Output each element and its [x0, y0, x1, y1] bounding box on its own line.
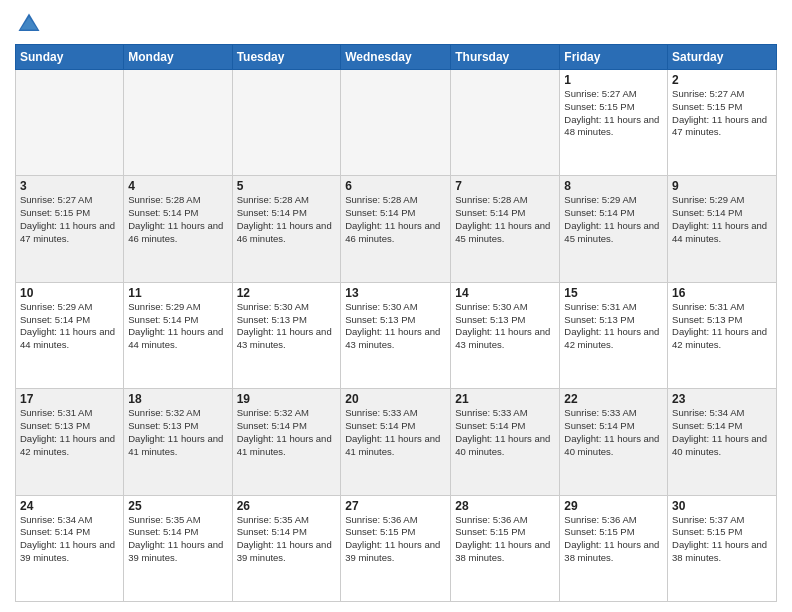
calendar-cell: 6Sunrise: 5:28 AMSunset: 5:14 PMDaylight…: [341, 176, 451, 282]
day-number: 17: [20, 392, 119, 406]
day-number: 28: [455, 499, 555, 513]
page: SundayMondayTuesdayWednesdayThursdayFrid…: [0, 0, 792, 612]
day-info: Sunrise: 5:31 AMSunset: 5:13 PMDaylight:…: [20, 407, 119, 458]
calendar-week-row: 1Sunrise: 5:27 AMSunset: 5:15 PMDaylight…: [16, 70, 777, 176]
day-number: 2: [672, 73, 772, 87]
calendar-week-row: 10Sunrise: 5:29 AMSunset: 5:14 PMDayligh…: [16, 282, 777, 388]
calendar-cell: 11Sunrise: 5:29 AMSunset: 5:14 PMDayligh…: [124, 282, 232, 388]
day-number: 1: [564, 73, 663, 87]
day-number: 15: [564, 286, 663, 300]
day-info: Sunrise: 5:30 AMSunset: 5:13 PMDaylight:…: [455, 301, 555, 352]
day-number: 27: [345, 499, 446, 513]
calendar-cell: 26Sunrise: 5:35 AMSunset: 5:14 PMDayligh…: [232, 495, 341, 601]
weekday-header-row: SundayMondayTuesdayWednesdayThursdayFrid…: [16, 45, 777, 70]
day-number: 14: [455, 286, 555, 300]
day-number: 20: [345, 392, 446, 406]
header: [15, 10, 777, 38]
day-number: 10: [20, 286, 119, 300]
calendar-cell: 12Sunrise: 5:30 AMSunset: 5:13 PMDayligh…: [232, 282, 341, 388]
day-number: 5: [237, 179, 337, 193]
day-number: 3: [20, 179, 119, 193]
calendar-cell: 16Sunrise: 5:31 AMSunset: 5:13 PMDayligh…: [668, 282, 777, 388]
day-info: Sunrise: 5:34 AMSunset: 5:14 PMDaylight:…: [20, 514, 119, 565]
calendar-cell: 3Sunrise: 5:27 AMSunset: 5:15 PMDaylight…: [16, 176, 124, 282]
day-info: Sunrise: 5:36 AMSunset: 5:15 PMDaylight:…: [455, 514, 555, 565]
day-number: 11: [128, 286, 227, 300]
day-number: 30: [672, 499, 772, 513]
day-info: Sunrise: 5:36 AMSunset: 5:15 PMDaylight:…: [564, 514, 663, 565]
day-number: 25: [128, 499, 227, 513]
calendar-week-row: 17Sunrise: 5:31 AMSunset: 5:13 PMDayligh…: [16, 389, 777, 495]
day-number: 23: [672, 392, 772, 406]
day-info: Sunrise: 5:31 AMSunset: 5:13 PMDaylight:…: [672, 301, 772, 352]
day-info: Sunrise: 5:33 AMSunset: 5:14 PMDaylight:…: [345, 407, 446, 458]
calendar-cell: [451, 70, 560, 176]
calendar-cell: [232, 70, 341, 176]
calendar-cell: 30Sunrise: 5:37 AMSunset: 5:15 PMDayligh…: [668, 495, 777, 601]
day-info: Sunrise: 5:29 AMSunset: 5:14 PMDaylight:…: [672, 194, 772, 245]
logo: [15, 10, 47, 38]
day-info: Sunrise: 5:30 AMSunset: 5:13 PMDaylight:…: [345, 301, 446, 352]
day-info: Sunrise: 5:27 AMSunset: 5:15 PMDaylight:…: [672, 88, 772, 139]
calendar-cell: 29Sunrise: 5:36 AMSunset: 5:15 PMDayligh…: [560, 495, 668, 601]
day-info: Sunrise: 5:27 AMSunset: 5:15 PMDaylight:…: [20, 194, 119, 245]
calendar-cell: 13Sunrise: 5:30 AMSunset: 5:13 PMDayligh…: [341, 282, 451, 388]
day-number: 8: [564, 179, 663, 193]
calendar-cell: 27Sunrise: 5:36 AMSunset: 5:15 PMDayligh…: [341, 495, 451, 601]
calendar-cell: 14Sunrise: 5:30 AMSunset: 5:13 PMDayligh…: [451, 282, 560, 388]
calendar-cell: 4Sunrise: 5:28 AMSunset: 5:14 PMDaylight…: [124, 176, 232, 282]
calendar-cell: [341, 70, 451, 176]
day-info: Sunrise: 5:27 AMSunset: 5:15 PMDaylight:…: [564, 88, 663, 139]
calendar-cell: 8Sunrise: 5:29 AMSunset: 5:14 PMDaylight…: [560, 176, 668, 282]
calendar-cell: 20Sunrise: 5:33 AMSunset: 5:14 PMDayligh…: [341, 389, 451, 495]
calendar-cell: 22Sunrise: 5:33 AMSunset: 5:14 PMDayligh…: [560, 389, 668, 495]
logo-icon: [15, 10, 43, 38]
day-number: 19: [237, 392, 337, 406]
day-info: Sunrise: 5:29 AMSunset: 5:14 PMDaylight:…: [128, 301, 227, 352]
day-info: Sunrise: 5:28 AMSunset: 5:14 PMDaylight:…: [345, 194, 446, 245]
weekday-header-monday: Monday: [124, 45, 232, 70]
day-info: Sunrise: 5:28 AMSunset: 5:14 PMDaylight:…: [455, 194, 555, 245]
weekday-header-wednesday: Wednesday: [341, 45, 451, 70]
calendar-cell: 25Sunrise: 5:35 AMSunset: 5:14 PMDayligh…: [124, 495, 232, 601]
day-info: Sunrise: 5:32 AMSunset: 5:14 PMDaylight:…: [237, 407, 337, 458]
calendar-cell: 19Sunrise: 5:32 AMSunset: 5:14 PMDayligh…: [232, 389, 341, 495]
day-info: Sunrise: 5:29 AMSunset: 5:14 PMDaylight:…: [564, 194, 663, 245]
day-info: Sunrise: 5:37 AMSunset: 5:15 PMDaylight:…: [672, 514, 772, 565]
day-info: Sunrise: 5:31 AMSunset: 5:13 PMDaylight:…: [564, 301, 663, 352]
calendar: SundayMondayTuesdayWednesdayThursdayFrid…: [15, 44, 777, 602]
calendar-cell: 17Sunrise: 5:31 AMSunset: 5:13 PMDayligh…: [16, 389, 124, 495]
weekday-header-tuesday: Tuesday: [232, 45, 341, 70]
day-info: Sunrise: 5:30 AMSunset: 5:13 PMDaylight:…: [237, 301, 337, 352]
day-number: 18: [128, 392, 227, 406]
calendar-cell: [124, 70, 232, 176]
calendar-cell: 10Sunrise: 5:29 AMSunset: 5:14 PMDayligh…: [16, 282, 124, 388]
day-number: 29: [564, 499, 663, 513]
weekday-header-sunday: Sunday: [16, 45, 124, 70]
day-number: 7: [455, 179, 555, 193]
day-info: Sunrise: 5:28 AMSunset: 5:14 PMDaylight:…: [237, 194, 337, 245]
day-info: Sunrise: 5:29 AMSunset: 5:14 PMDaylight:…: [20, 301, 119, 352]
day-info: Sunrise: 5:35 AMSunset: 5:14 PMDaylight:…: [237, 514, 337, 565]
calendar-cell: [16, 70, 124, 176]
day-number: 24: [20, 499, 119, 513]
calendar-cell: 23Sunrise: 5:34 AMSunset: 5:14 PMDayligh…: [668, 389, 777, 495]
weekday-header-saturday: Saturday: [668, 45, 777, 70]
day-info: Sunrise: 5:34 AMSunset: 5:14 PMDaylight:…: [672, 407, 772, 458]
day-info: Sunrise: 5:33 AMSunset: 5:14 PMDaylight:…: [455, 407, 555, 458]
day-number: 22: [564, 392, 663, 406]
day-info: Sunrise: 5:28 AMSunset: 5:14 PMDaylight:…: [128, 194, 227, 245]
calendar-cell: 24Sunrise: 5:34 AMSunset: 5:14 PMDayligh…: [16, 495, 124, 601]
day-info: Sunrise: 5:36 AMSunset: 5:15 PMDaylight:…: [345, 514, 446, 565]
calendar-cell: 5Sunrise: 5:28 AMSunset: 5:14 PMDaylight…: [232, 176, 341, 282]
calendar-cell: 18Sunrise: 5:32 AMSunset: 5:13 PMDayligh…: [124, 389, 232, 495]
calendar-cell: 21Sunrise: 5:33 AMSunset: 5:14 PMDayligh…: [451, 389, 560, 495]
calendar-week-row: 24Sunrise: 5:34 AMSunset: 5:14 PMDayligh…: [16, 495, 777, 601]
calendar-cell: 2Sunrise: 5:27 AMSunset: 5:15 PMDaylight…: [668, 70, 777, 176]
weekday-header-friday: Friday: [560, 45, 668, 70]
calendar-cell: 15Sunrise: 5:31 AMSunset: 5:13 PMDayligh…: [560, 282, 668, 388]
calendar-week-row: 3Sunrise: 5:27 AMSunset: 5:15 PMDaylight…: [16, 176, 777, 282]
day-number: 26: [237, 499, 337, 513]
day-number: 6: [345, 179, 446, 193]
day-number: 9: [672, 179, 772, 193]
